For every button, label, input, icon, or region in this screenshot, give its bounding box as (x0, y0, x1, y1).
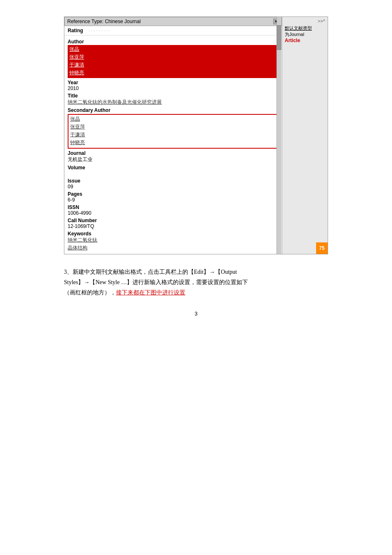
secondary-author-label: Secondary Author (68, 107, 279, 113)
issue-label: Issue (68, 178, 279, 184)
ref-type-label: Reference Type: Chinese Journal (67, 19, 141, 24)
title-label: Title (68, 93, 279, 99)
year-value: 2010 (68, 85, 279, 91)
right-panel: >> ^ 默认文献类型 为Journal Article (282, 17, 328, 254)
author-highlight-block: 张晶 张亚萍 于濂清 钟晓亮 (68, 45, 279, 78)
right-panel-article: Article (285, 38, 325, 43)
keywords-value-2: 晶体结构 (68, 244, 279, 251)
page-content: Reference Type: Chinese Journal ▼ Rating… (25, 17, 367, 317)
keywords-label: Keywords (68, 231, 279, 237)
author-value-2: 张亚萍 (69, 54, 277, 61)
author-label: Author (68, 39, 279, 45)
orange-badge: 75 (316, 242, 328, 254)
page-number: 3 (194, 311, 197, 317)
call-number-value: 12-1069/TQ (68, 223, 279, 229)
scrollbar[interactable] (276, 17, 281, 254)
title-value: 纳米二氧化钛的水热制备及光催化研究进展 (68, 99, 279, 106)
volume-label: Volume (68, 165, 279, 171)
right-panel-subtitle1: 为Journal (285, 31, 325, 38)
desc-line3: （画红框的地方）， (64, 289, 116, 296)
expand-collapse-icon: >> (318, 19, 323, 24)
desc-link[interactable]: 接下来都在下图中进行设置 (116, 289, 185, 296)
caret-up-icon: ^ (323, 19, 325, 24)
scroll-thumb[interactable] (277, 25, 281, 50)
journal-label: Journal (68, 150, 279, 156)
sec-author-value-1: 张晶 (70, 116, 276, 123)
author-value-4: 钟晓亮 (69, 69, 277, 76)
sec-author-value-2: 张亚萍 (70, 123, 276, 130)
volume-value (68, 171, 279, 176)
journal-value: 无机盐工业 (68, 156, 279, 163)
issn-value: 1006-4990 (68, 210, 279, 216)
rating-label: Rating (68, 28, 83, 33)
pages-label: Pages (68, 191, 279, 197)
ref-type-bar[interactable]: Reference Type: Chinese Journal ▼ (64, 17, 282, 26)
right-panel-title: 默认文献类型 (285, 25, 325, 31)
keywords-value-1: 纳米二氧化钛 (68, 237, 279, 244)
right-panel-header: >> ^ (285, 19, 325, 24)
reference-panel: Reference Type: Chinese Journal ▼ Rating… (64, 17, 282, 254)
sec-author-value-3: 于濂清 (70, 131, 276, 138)
author-value-1: 张晶 (69, 46, 277, 53)
author-value-3: 于濂清 (69, 62, 277, 69)
rating-row: Rating · · · · · · · · · (64, 26, 282, 36)
sec-author-value-4: 钟晓亮 (70, 139, 276, 146)
desc-line1: 3、新建中文期刊文献输出格式，点击工具栏上的【Edit】→【Output (64, 269, 237, 275)
rating-dots: · · · · · · · · · (89, 28, 110, 33)
screenshot-wrapper: Reference Type: Chinese Journal ▼ Rating… (64, 17, 328, 254)
fields-area: Author 张晶 张亚萍 于濂清 钟晓亮 Year 2010 Title 纳米… (64, 36, 282, 254)
secondary-author-box: 张晶 张亚萍 于濂清 钟晓亮 (68, 114, 279, 149)
issue-value: 09 (68, 184, 279, 190)
year-label: Year (68, 80, 279, 85)
call-number-label: Call Number (68, 218, 279, 223)
issn-label: ISSN (68, 204, 279, 210)
desc-line2: Styles】→【New Style …】进行新输入格式的设置，需要设置的位置如… (64, 279, 248, 285)
description-text: 3、新建中文期刊文献输出格式，点击工具栏上的【Edit】→【Output Sty… (64, 267, 328, 298)
pages-value: 6-9 (68, 197, 279, 203)
